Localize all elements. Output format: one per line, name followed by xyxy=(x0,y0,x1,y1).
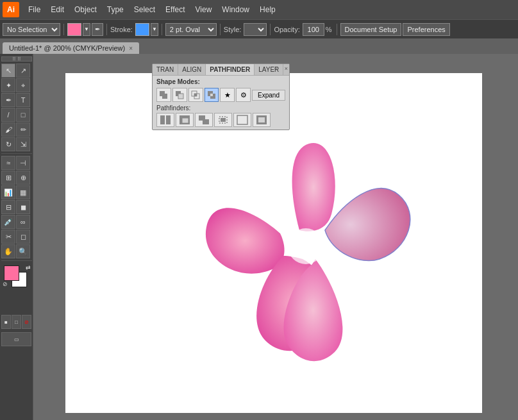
none-icon[interactable]: ⊘ xyxy=(3,281,8,287)
color-mode-btn[interactable]: ■ xyxy=(1,315,11,329)
menu-object[interactable]: Object xyxy=(69,0,102,19)
eyedropper-tool[interactable]: 💉 xyxy=(1,215,15,229)
minus-front-btn[interactable] xyxy=(172,88,187,102)
tab-transform[interactable]: TRAN xyxy=(153,64,178,75)
eraser-tool[interactable]: ◻ xyxy=(16,230,30,244)
tabbar: Untitled-1* @ 200% (CMYK/Preview) × xyxy=(0,38,518,54)
tab-layers[interactable]: LAYER xyxy=(255,64,283,75)
swap-colors-icon[interactable]: ⇄ xyxy=(26,264,31,271)
shape-modes-title: Shape Modes: xyxy=(156,78,285,85)
tool-row-12: ✂ ◻ xyxy=(1,230,31,244)
unite-btn[interactable] xyxy=(156,88,171,102)
tab-align[interactable]: ALIGN xyxy=(178,64,206,75)
tool-row-4: / □ xyxy=(1,108,31,122)
pathfinder-panel: TRAN ALIGN PATHFINDER LAYER « × Shape Mo… xyxy=(152,63,290,130)
pf-minus-back-btn[interactable] xyxy=(253,113,271,127)
opacity-input[interactable] xyxy=(303,23,324,36)
tool-row-6: ↻ ⇲ xyxy=(1,137,31,151)
svg-rect-7 xyxy=(194,94,197,96)
toolbox-handle[interactable]: ⠿ ⠿ xyxy=(1,56,32,62)
toolbox: ⠿ ⠿ ↖ ↗ ✦ ⌖ ✒ T / □ 🖌 ✏ ↻ ⇲ ≈ ⊣ xyxy=(0,54,33,420)
lasso-tool[interactable]: ⌖ xyxy=(16,78,30,92)
svg-rect-14 xyxy=(182,118,188,123)
svg-rect-4 xyxy=(178,94,183,99)
stroke-style-dropdown[interactable]: 2 pt. Oval xyxy=(165,23,217,36)
style-dropdown[interactable] xyxy=(244,23,267,36)
menu-window[interactable]: Window xyxy=(217,0,255,19)
shape-modes-section: Shape Modes: ★ ⚙ Expa xyxy=(153,76,289,130)
scissors-tool[interactable]: ✂ xyxy=(1,230,15,244)
tab-title: Untitled-1* @ 200% (CMYK/Preview) xyxy=(9,44,125,52)
text-tool[interactable]: T xyxy=(16,93,30,107)
pathfinder-buttons xyxy=(156,113,285,127)
menu-help[interactable]: Help xyxy=(255,0,281,19)
width-tool[interactable]: ⊣ xyxy=(16,156,30,170)
intersect-btn[interactable] xyxy=(188,88,203,102)
gradient-mode-btn[interactable]: □ xyxy=(12,315,21,329)
gear-shape-btn[interactable]: ⚙ xyxy=(236,88,251,102)
tool-row-11: 💉 ∞ xyxy=(1,215,31,229)
toolbar-separator-6 xyxy=(337,24,337,35)
normal-view-btn[interactable]: ▭ xyxy=(1,332,31,346)
select-tool[interactable]: ↖ xyxy=(1,63,15,78)
tab-close-button[interactable]: × xyxy=(129,45,133,52)
line-tool[interactable]: / xyxy=(1,108,15,122)
pf-outline-btn[interactable] xyxy=(233,113,251,127)
blend-tool[interactable]: ∞ xyxy=(16,215,30,229)
direct-select-tool[interactable]: ↗ xyxy=(16,63,30,78)
tool-row-8: ⊞ ⊕ xyxy=(1,171,31,185)
document-setup-button[interactable]: Document Setup xyxy=(340,23,402,36)
svg-rect-16 xyxy=(203,119,209,124)
tool-row-9: 📊 ▦ xyxy=(1,185,31,199)
magic-wand-tool[interactable]: ✦ xyxy=(1,78,15,92)
zoom-tool[interactable]: 🔍 xyxy=(16,244,30,258)
tool-row-7: ≈ ⊣ xyxy=(1,156,31,170)
tab-pathfinder[interactable]: PATHFINDER xyxy=(206,64,255,75)
gradient-tool[interactable]: ◼ xyxy=(16,200,30,214)
pen-tool[interactable]: ✒ xyxy=(1,93,15,107)
warp-tool[interactable]: ≈ xyxy=(1,156,15,170)
foreground-color[interactable] xyxy=(4,265,19,281)
shape-builder-tool[interactable]: ⊕ xyxy=(16,171,30,185)
panel-close-button[interactable]: × xyxy=(285,65,288,72)
graph-tool[interactable]: 📊 xyxy=(1,185,15,199)
scale-tool[interactable]: ⇲ xyxy=(16,137,30,151)
free-transform-tool[interactable]: ⊞ xyxy=(1,171,15,185)
menu-effect[interactable]: Effect xyxy=(160,0,190,19)
pf-crop-btn[interactable] xyxy=(214,113,232,127)
svg-rect-2 xyxy=(162,94,167,99)
menu-file[interactable]: File xyxy=(23,0,46,19)
preferences-button[interactable]: Preferences xyxy=(403,23,449,36)
selection-dropdown[interactable]: No Selection xyxy=(3,23,60,36)
pen-icon[interactable]: ✒ xyxy=(92,23,103,36)
paintbrush-tool[interactable]: 🖌 xyxy=(1,122,15,137)
stroke-color-arrow[interactable]: ▼ xyxy=(151,23,158,36)
hand-tool[interactable]: ✋ xyxy=(1,244,15,258)
document-tab[interactable]: Untitled-1* @ 200% (CMYK/Preview) × xyxy=(3,42,139,54)
main-area: ⠿ ⠿ ↖ ↗ ✦ ⌖ ✒ T / □ 🖌 ✏ ↻ ⇲ ≈ ⊣ xyxy=(0,54,518,420)
panel-collapse-icon[interactable]: « xyxy=(274,65,278,72)
none-mode-btn[interactable]: ⊘ xyxy=(22,315,31,329)
control-toolbar: No Selection ▼ ✒ Stroke: ▼ 2 pt. Oval St… xyxy=(0,19,518,38)
fill-color-box[interactable] xyxy=(67,23,81,36)
menu-select[interactable]: Select xyxy=(129,0,160,19)
stroke-color-box[interactable] xyxy=(135,23,149,36)
column-graph-tool[interactable]: ▦ xyxy=(16,185,30,199)
menu-view[interactable]: View xyxy=(190,0,217,19)
svg-rect-10 xyxy=(210,94,213,96)
star-shape-btn[interactable]: ★ xyxy=(220,88,235,102)
mesh-tool[interactable]: ⊟ xyxy=(1,200,15,214)
pencil-tool[interactable]: ✏ xyxy=(16,122,30,137)
fill-color-arrow[interactable]: ▼ xyxy=(83,23,90,36)
rect-tool[interactable]: □ xyxy=(16,108,30,122)
menu-edit[interactable]: Edit xyxy=(46,0,69,19)
exclude-btn[interactable] xyxy=(205,88,219,102)
toolbar-separator-1 xyxy=(63,24,64,35)
pf-divide-btn[interactable] xyxy=(156,113,174,127)
pf-trim-btn[interactable] xyxy=(176,113,194,127)
pf-merge-btn[interactable] xyxy=(195,113,213,127)
rotate-tool[interactable]: ↻ xyxy=(1,137,15,151)
menu-type[interactable]: Type xyxy=(102,0,129,19)
view-mode-row: ▭ xyxy=(1,332,31,346)
expand-button[interactable]: Expand xyxy=(252,90,285,101)
